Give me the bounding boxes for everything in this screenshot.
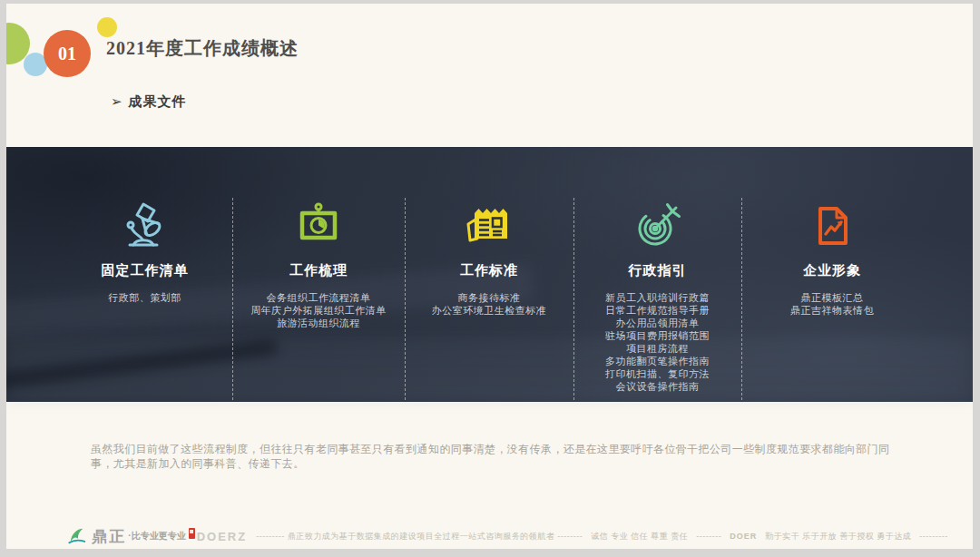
column-item: 项目租房流程 — [605, 342, 710, 355]
column-item: 多功能翻页笔操作指南 — [605, 355, 710, 367]
section-label-text: 成果文件 — [129, 93, 187, 109]
summary-paragraph: 虽然我们目前做了这些流程制度，但往往只有老同事甚至只有看到通知的同事清楚，没有传… — [91, 442, 902, 471]
column-title: 工作标准 — [460, 262, 518, 279]
column-admin-guidelines: 行政指引 新员工入职培训行政篇 日常工作规范指导手册 办公用品领用清单 驻场项目… — [573, 147, 741, 402]
brand-tagline: ·比专业更专业 — [128, 530, 185, 542]
achievements-band: 固定工作清单 行政部、策划部 工作梳理 — [6, 147, 973, 402]
footer-doer-label: DOER — [730, 532, 757, 541]
column-item: 鼎正模板汇总 — [790, 291, 874, 304]
desk-lamp-icon — [120, 200, 171, 251]
column-work-sorting: 工作梳理 会务组织工作流程清单 周年庆户外拓展组织工作清单 旅游活动组织流程 — [232, 147, 405, 402]
page-title: 2021年度工作成绩概述 — [106, 36, 299, 61]
section-label: ➢成果文件 — [111, 93, 187, 111]
footer-values: 诚信 专业 信任 尊重 责任 — [591, 531, 688, 542]
footer: 鼎正 ·比专业更专业 DOERZ --------- 鼎正致力成为基于数据集成的… — [6, 524, 973, 548]
arrow-bullet-icon: ➢ — [111, 93, 123, 109]
column-item: 周年庆户外拓展组织工作清单 — [250, 304, 387, 317]
brand-seal-icon — [189, 528, 195, 539]
column-title: 工作梳理 — [289, 262, 348, 279]
column-title: 固定工作清单 — [102, 262, 189, 279]
projector-screen-icon — [293, 200, 344, 251]
column-title: 行政指引 — [629, 262, 687, 279]
yellow-circle-decoration — [97, 17, 117, 37]
column-item: 办公室环境卫生检查标准 — [432, 304, 547, 317]
column-item: 会议设备操作指南 — [605, 380, 710, 393]
page-number: 01 — [58, 44, 76, 64]
column-item: 驻场项目费用报销范围 — [605, 329, 710, 342]
column-item: 旅游活动组织流程 — [250, 317, 387, 329]
column-title: 企业形象 — [803, 262, 861, 279]
column-corporate-image: 企业形象 鼎正模板汇总 鼎正吉祥物表情包 — [741, 147, 923, 402]
column-item: 商务接待标准 — [432, 291, 547, 304]
column-item: 行政部、策划部 — [108, 291, 181, 304]
column-item: 打印机扫描、复印方法 — [605, 367, 710, 380]
footer-dashes-end: --------- — [919, 532, 947, 541]
footer-dashes: -------- — [696, 532, 721, 541]
column-fixed-work-list: 固定工作清单 行政部、策划部 — [57, 147, 232, 402]
page-number-badge: 01 — [44, 30, 91, 77]
column-item: 鼎正吉祥物表情包 — [790, 304, 874, 317]
document-chart-icon — [807, 200, 858, 251]
brand-logo-sail-icon — [67, 526, 87, 546]
newspaper-icon — [464, 200, 514, 251]
brand-name-zh: 鼎正 — [92, 526, 126, 547]
brand-name-en: DOERZ — [197, 530, 248, 543]
column-item: 会务组织工作流程清单 — [250, 291, 387, 304]
footer-doer-values: 勤于实干 乐于开放 善于授权 勇于达成 — [765, 531, 911, 542]
presentation-slide: 01 2021年度工作成绩概述 ➢成果文件 — [6, 4, 973, 549]
footer-slogan: --------- 鼎正致力成为基于数据集成的建设项目全过程一站式咨询服务的领航… — [256, 531, 583, 542]
column-work-standards: 工作标准 商务接待标准 办公室环境卫生检查标准 — [405, 147, 573, 402]
column-item: 日常工作规范指导手册 — [605, 304, 710, 317]
column-item: 新员工入职培训行政篇 — [605, 291, 710, 304]
column-item: 办公用品领用清单 — [605, 317, 710, 329]
target-dart-icon — [632, 200, 683, 251]
